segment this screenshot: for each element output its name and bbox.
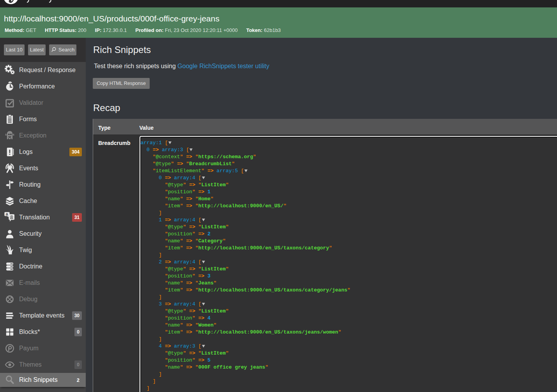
svg-text:a: a [6, 212, 8, 216]
